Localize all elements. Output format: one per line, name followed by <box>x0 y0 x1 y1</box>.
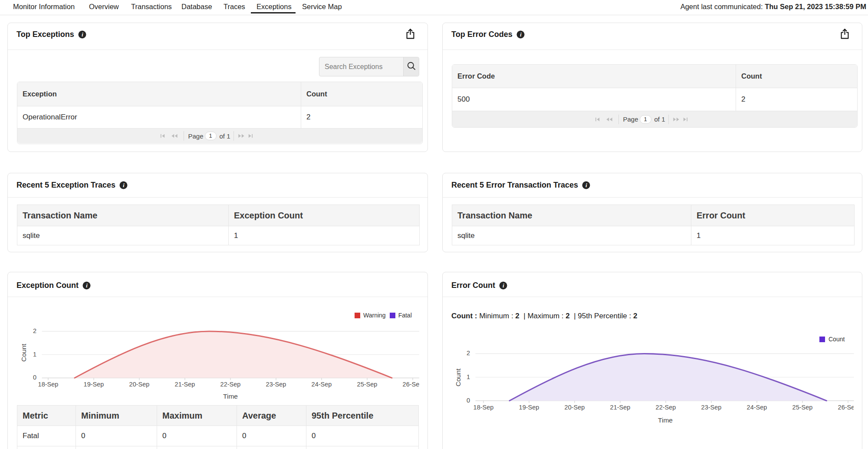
svg-text:i: i <box>123 182 125 188</box>
svg-text:i: i <box>82 31 83 38</box>
svg-text:i: i <box>520 31 522 38</box>
svg-text:i: i <box>585 182 587 188</box>
